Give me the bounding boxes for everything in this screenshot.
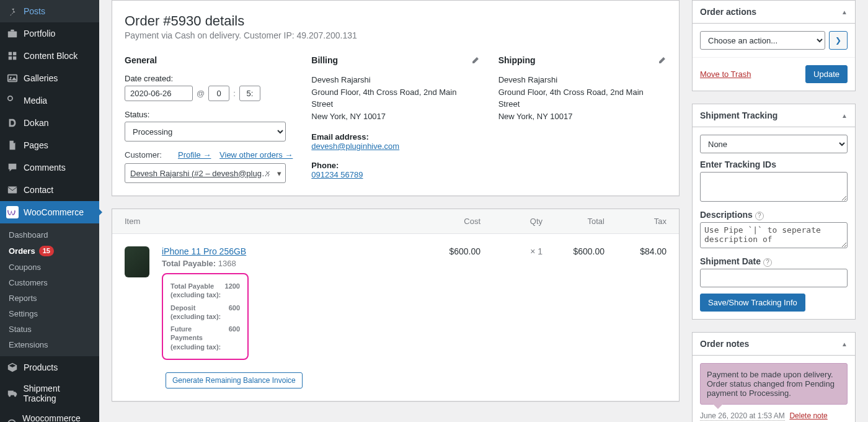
move-to-trash-link[interactable]: Move to Trash [700, 70, 751, 79]
svg-point-6 [10, 77, 12, 79]
sidebar-item-products[interactable]: Products [0, 356, 99, 379]
profile-link[interactable]: Profile → [178, 150, 211, 159]
pin-icon [6, 5, 19, 17]
clear-customer-icon[interactable]: × [265, 168, 270, 178]
sidebar-item-woo-deposits[interactable]: $Woocommerce Deposits [0, 408, 99, 422]
edit-shipping-icon[interactable] [658, 56, 666, 65]
sidebar-label: Posts [24, 6, 45, 16]
help-icon[interactable]: ? [755, 212, 764, 220]
view-other-orders-link[interactable]: View other orders → [219, 150, 293, 159]
sidebar-item-shipment-tracking[interactable]: Shipment Tracking [0, 379, 99, 408]
sidebar-item-dokan[interactable]: Dokan [0, 112, 99, 134]
date-created-input[interactable] [125, 86, 193, 101]
update-button[interactable]: Update [805, 65, 848, 83]
general-heading: General [125, 55, 293, 65]
woocommerce-icon [6, 206, 19, 218]
sidebar-item-contact[interactable]: Contact [0, 179, 99, 201]
note-timestamp: June 26, 2020 at 1:53 AM [700, 411, 785, 421]
col-header-cost: Cost [418, 217, 480, 226]
apply-action-button[interactable]: ❯ [829, 31, 848, 50]
woocommerce-submenu: Dashboard Orders15 Coupons Customers Rep… [0, 223, 99, 356]
order-title: Order #5930 details [125, 13, 666, 29]
billing-heading: Billing [311, 55, 338, 65]
edit-billing-icon[interactable] [471, 56, 480, 65]
descriptions-label: Descriptions [700, 210, 753, 220]
sidebar-item-media[interactable]: Media [0, 89, 99, 112]
billing-column: Billing Devesh Rajarshi Ground Floor, 4t… [311, 55, 479, 183]
dokan-icon [6, 117, 19, 129]
status-select[interactable]: Processing [125, 122, 286, 141]
help-icon[interactable]: ? [763, 258, 772, 267]
order-items-panel: Item Cost Qty Total Tax iPhone 11 Pro 25… [112, 209, 680, 402]
shipment-date-input[interactable] [700, 269, 848, 287]
shipping-address: Devesh Rajarshi Ground Floor, 4th Cross … [498, 74, 666, 122]
portfolio-icon [6, 27, 19, 40]
customer-label: Customer: [125, 150, 162, 159]
line-cost: $600.00 [418, 246, 480, 256]
order-note: Payment to be made upon delivery. Order … [700, 363, 848, 405]
sidebar-label: Woocommerce Deposits [22, 413, 93, 422]
order-notes-heading: Order notes [700, 339, 749, 349]
billing-phone-link[interactable]: 091234 56789 [311, 170, 363, 179]
sidebar-item-woocommerce[interactable]: WooCommerce [0, 201, 99, 223]
sidebar-label: Galleries [24, 73, 58, 83]
product-thumbnail[interactable] [125, 246, 149, 277]
submenu-extensions[interactable]: Extensions [0, 337, 99, 352]
svg-point-7 [8, 96, 12, 101]
order-subtitle: Payment via Cash on delivery. Customer I… [125, 30, 666, 40]
billing-email-link[interactable]: devesh@pluginhive.com [311, 141, 399, 151]
svg-rect-2 [13, 52, 16, 55]
collapse-icon[interactable]: ▲ [841, 112, 848, 119]
sidebar-item-posts[interactable]: Posts [0, 0, 99, 22]
order-details-panel: Order #5930 details Payment via Cash on … [112, 0, 680, 196]
line-qty: × 1 [480, 246, 542, 256]
svg-point-9 [8, 395, 11, 397]
sidebar-label: Products [24, 362, 58, 372]
submenu-status[interactable]: Status [0, 321, 99, 337]
save-tracking-button[interactable]: Save/Show Tracking Info [700, 294, 805, 312]
collapse-icon[interactable]: ▲ [841, 9, 848, 16]
hour-input[interactable] [208, 86, 229, 101]
chevron-down-icon: ▾ [277, 169, 281, 178]
delete-note-link[interactable]: Delete note [789, 411, 827, 420]
tracking-ids-input[interactable] [700, 172, 848, 202]
sidebar-label: WooCommerce [24, 207, 84, 217]
admin-sidebar: Posts Portfolio Content Block Galleries … [0, 0, 99, 422]
shipment-carrier-select[interactable]: None [700, 135, 848, 153]
svg-rect-4 [13, 56, 16, 60]
svg-rect-1 [9, 52, 12, 55]
sidebar-item-comments[interactable]: Comments [0, 156, 99, 179]
product-name-link[interactable]: iPhone 11 Pro 256GB [162, 246, 246, 256]
sidebar-item-content-block[interactable]: Content Block [0, 45, 99, 67]
line-item-row: iPhone 11 Pro 256GB Total Payable: 1368 … [112, 234, 679, 372]
deposit-icon: $ [6, 418, 17, 422]
collapse-icon[interactable]: ▲ [841, 341, 848, 348]
billing-address: Devesh Rajarshi Ground Floor, 4th Cross … [311, 74, 479, 122]
order-actions-select[interactable]: Choose an action... [700, 31, 825, 50]
submenu-settings[interactable]: Settings [0, 306, 99, 321]
sidebar-label: Dokan [24, 118, 48, 128]
order-actions-box: Order actions▲ Choose an action... ❯ Mov… [692, 0, 856, 91]
submenu-reports[interactable]: Reports [0, 290, 99, 306]
at-symbol: @ [197, 89, 205, 98]
sidebar-label: Pages [24, 140, 48, 150]
sidebar-item-galleries[interactable]: Galleries [0, 67, 99, 89]
sidebar-label: Contact [24, 185, 53, 195]
customer-select[interactable]: Devesh Rajarshi (#2 – devesh@pluginh… × … [125, 163, 286, 183]
submenu-dashboard[interactable]: Dashboard [0, 227, 99, 243]
sidebar-item-portfolio[interactable]: Portfolio [0, 22, 99, 45]
generate-invoice-button[interactable]: Generate Remaining Balance Invoice [166, 372, 303, 388]
submenu-orders[interactable]: Orders15 [0, 243, 99, 259]
general-column: General Date created: @ : Status: Proces… [125, 55, 293, 183]
minute-input[interactable] [239, 86, 260, 101]
shipment-heading: Shipment Tracking [700, 110, 777, 120]
customer-value: Devesh Rajarshi (#2 – devesh@pluginh… [130, 169, 270, 178]
submenu-customers[interactable]: Customers [0, 275, 99, 290]
submenu-coupons[interactable]: Coupons [0, 259, 99, 275]
descriptions-input[interactable]: Use Pipe `|` to seperate description of [700, 222, 848, 248]
sidebar-label: Content Block [24, 51, 78, 61]
colon-symbol: : [233, 89, 236, 98]
shipping-heading: Shipping [498, 55, 536, 65]
media-icon [6, 94, 19, 107]
sidebar-item-pages[interactable]: Pages [0, 134, 99, 156]
